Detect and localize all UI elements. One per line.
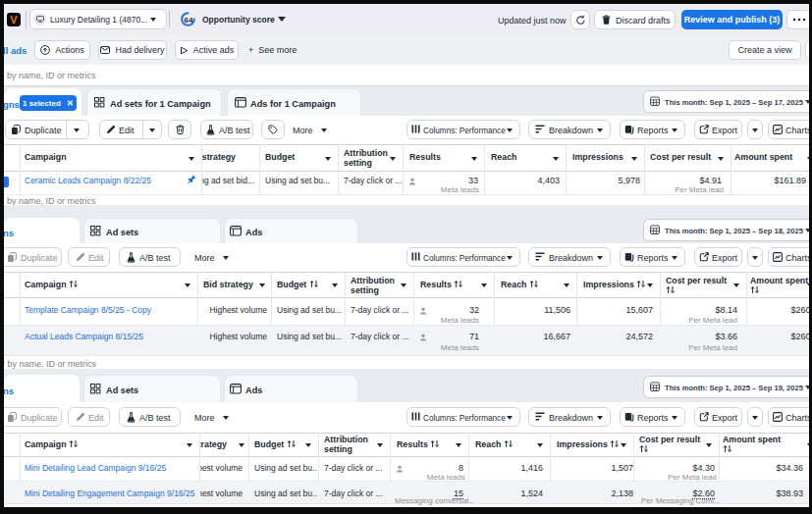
svg-text:64: 64 [185, 16, 193, 25]
svg-text:V: V [10, 14, 18, 26]
